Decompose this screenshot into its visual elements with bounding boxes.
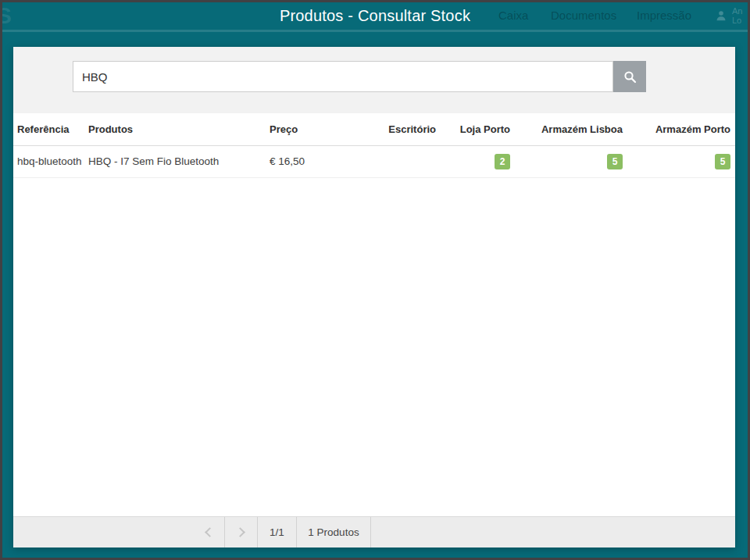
page-indicator: 1/1 [258,517,297,548]
column-header-armazem-porto: Armazém Porto [627,113,735,145]
column-header-loja-porto: Loja Porto [441,113,515,145]
cell-referencia: hbq-bluetooth [13,145,84,177]
stock-table: Referência Produtos Preço Escritório Loj… [13,113,735,178]
user-icon [716,9,727,22]
column-header-escritorio: Escritório [341,113,441,145]
prev-page-button[interactable] [192,517,225,548]
header-divider [0,30,750,32]
user-name-line2: Lo [732,16,742,25]
menu-item-impressao: Impressão [637,0,691,31]
table-header-row: Referência Produtos Preço Escritório Loj… [13,113,735,145]
cell-produto: HBQ - I7 Sem Fio Bluetooth [84,145,266,177]
menu-item-documentos: Documentos [551,0,616,31]
stock-badge: 2 [495,154,510,169]
column-header-produtos: Produtos [84,113,266,145]
cell-armazem-porto: 5 [627,145,735,177]
stock-badge: 5 [715,154,730,169]
app-header: S Produtos - Consultar Stock Caixa Docum… [0,0,750,31]
cell-escritorio [341,145,441,177]
menu-item-caixa: Caixa [498,0,528,31]
cell-loja-porto: 2 [441,145,515,177]
search-input[interactable] [73,61,613,92]
cell-armazem-lisboa: 5 [515,145,627,177]
search-button[interactable] [613,61,646,92]
results-area: Referência Produtos Preço Escritório Loj… [13,113,735,516]
stock-dialog: Referência Produtos Preço Escritório Loj… [13,47,735,548]
chevron-right-icon [235,527,245,537]
pagination-bar: 1/1 1 Produtos [13,516,735,548]
column-header-preco: Preço [266,113,341,145]
search-icon [623,70,637,84]
user-name-line1: An [732,6,742,16]
chevron-left-icon [205,527,215,537]
stock-badge: 5 [607,154,623,169]
app-window: S Produtos - Consultar Stock Caixa Docum… [0,0,750,560]
user-name-label: An Lo [732,6,742,25]
next-page-button[interactable] [225,517,258,548]
table-row[interactable]: hbq-bluetooth HBQ - I7 Sem Fio Bluetooth… [13,145,735,177]
column-header-referencia: Referência [13,113,84,145]
column-header-armazem-lisboa: Armazém Lisboa [515,113,627,145]
cell-preco: € 16,50 [266,145,341,177]
search-section [13,47,735,113]
product-count: 1 Produtos [297,517,371,548]
